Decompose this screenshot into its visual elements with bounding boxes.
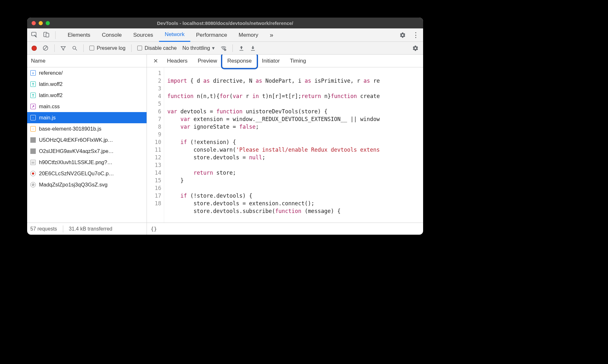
- request-row[interactable]: O2slJEHG9avKV4aqzSx7.jpe…: [27, 146, 147, 157]
- settings-icon[interactable]: [399, 32, 406, 38]
- network-conditions-icon[interactable]: [220, 45, 227, 51]
- request-row[interactable]: Tlatin.woff2: [27, 79, 147, 90]
- image-icon: [30, 137, 36, 143]
- record-button[interactable]: [32, 46, 37, 51]
- tab-network[interactable]: Network: [159, 28, 190, 42]
- request-count: 57 requests: [30, 226, 57, 232]
- response-footer: {}: [147, 223, 423, 235]
- separator: [55, 31, 56, 39]
- main-tab-bar: Elements Console Sources Network Perform…: [27, 28, 423, 42]
- titlebar: DevTools - localhost:8080/docs/devtools/…: [27, 18, 423, 28]
- throttling-value: No throttling: [182, 45, 210, 51]
- request-row[interactable]: 20E6CLcSzNV2GELQu7oC.p…: [27, 168, 147, 179]
- throttling-select[interactable]: No throttling ▾: [182, 45, 214, 51]
- image-icon: ▭: [30, 160, 36, 165]
- line-gutter: 1 2 3 4 5 6 7 8 9 10 11 12 13 14 15 16 1…: [147, 67, 164, 223]
- request-row[interactable]: ▭h90CtfziXluvh1LSSKJE.png?…: [27, 157, 147, 168]
- search-icon[interactable]: [72, 45, 78, 51]
- detail-tab-timing[interactable]: Timing: [285, 55, 311, 67]
- pretty-print-button[interactable]: {}: [151, 226, 157, 232]
- font-icon: T: [30, 81, 36, 87]
- request-row[interactable]: U5OHzQL4tEKFr6OFlxWK.jp…: [27, 134, 147, 146]
- image-icon: [30, 148, 36, 154]
- requests-panel: Name ≡reference/ Tlatin.woff2 Tlatin.wof…: [27, 55, 147, 235]
- svg-line-6: [75, 49, 77, 50]
- window-title: DevTools - localhost:8080/docs/devtools/…: [157, 20, 293, 26]
- separator: [54, 44, 55, 52]
- stylesheet-icon: ↗: [30, 104, 36, 109]
- inspect-icon[interactable]: [31, 31, 37, 39]
- close-window-button[interactable]: [32, 21, 36, 25]
- disable-cache-checkbox[interactable]: Disable cache: [137, 45, 177, 51]
- request-list: ≡reference/ Tlatin.woff2 Tlatin.woff2 ↗m…: [27, 67, 147, 223]
- filter-icon[interactable]: [60, 45, 66, 51]
- code-content: import { d as directive, N as NodePart, …: [164, 67, 423, 223]
- upload-har-icon[interactable]: [239, 45, 244, 51]
- disable-cache-label: Disable cache: [145, 45, 177, 51]
- chevron-down-icon: ▾: [212, 45, 215, 51]
- detail-panel: ✕ Headers Preview Response Initiator Tim…: [147, 55, 423, 235]
- svg-point-5: [73, 46, 76, 49]
- separator: [83, 44, 84, 52]
- devtools-window: DevTools - localhost:8080/docs/devtools/…: [27, 18, 423, 235]
- font-icon: T: [30, 93, 36, 98]
- detail-tab-headers[interactable]: Headers: [162, 55, 193, 67]
- request-row[interactable]: ↗main.css: [27, 101, 147, 112]
- preserve-log-checkbox[interactable]: Preserve log: [89, 45, 125, 51]
- request-row[interactable]: Tlatin.woff2: [27, 90, 147, 101]
- tab-sources[interactable]: Sources: [127, 28, 159, 42]
- request-row[interactable]: ∙base-element-3018901b.js: [27, 123, 147, 134]
- device-toggle-icon[interactable]: [43, 31, 49, 39]
- script-icon: ∙: [30, 126, 36, 132]
- network-settings-icon[interactable]: [412, 45, 419, 51]
- tab-console[interactable]: Console: [96, 28, 127, 42]
- detail-tab-preview[interactable]: Preview: [193, 55, 222, 67]
- document-icon: ≡: [30, 70, 36, 76]
- tab-performance[interactable]: Performance: [190, 28, 233, 42]
- window-controls: [32, 21, 50, 25]
- tabs-overflow-button[interactable]: »: [264, 28, 279, 42]
- svg-line-4: [44, 46, 47, 50]
- network-toolbar: Preserve log Disable cache No throttling…: [27, 42, 423, 55]
- zoom-window-button[interactable]: [46, 21, 50, 25]
- svg-rect-0: [32, 32, 36, 36]
- status-bar: 57 requests 31.4 kB transferred: [27, 223, 147, 235]
- media-icon: [30, 171, 36, 176]
- minimize-window-button[interactable]: [39, 21, 43, 25]
- clear-icon[interactable]: [42, 45, 49, 51]
- response-body[interactable]: 1 2 3 4 5 6 7 8 9 10 11 12 13 14 15 16 1…: [147, 67, 423, 223]
- preserve-log-label: Preserve log: [97, 45, 125, 51]
- svg-icon: ⊘: [30, 182, 36, 187]
- detail-tab-bar: ✕ Headers Preview Response Initiator Tim…: [147, 55, 423, 67]
- tab-elements[interactable]: Elements: [62, 28, 96, 42]
- svg-rect-2: [46, 33, 49, 37]
- download-har-icon[interactable]: [250, 45, 256, 51]
- script-icon: ∙: [30, 115, 36, 120]
- detail-tab-initiator[interactable]: Initiator: [257, 55, 285, 67]
- name-column-header[interactable]: Name: [27, 55, 147, 67]
- detail-tab-response[interactable]: Response: [222, 55, 257, 67]
- request-row[interactable]: ⊘MadqZslZpo1sj3qQ3GsZ.svg: [27, 179, 147, 190]
- separator: [232, 44, 233, 52]
- request-row-selected[interactable]: ∙main.js: [27, 112, 147, 123]
- request-row[interactable]: ≡reference/: [27, 67, 147, 79]
- tab-memory[interactable]: Memory: [233, 28, 264, 42]
- separator: [131, 44, 132, 52]
- close-detail-button[interactable]: ✕: [149, 57, 162, 64]
- separator: [63, 225, 63, 232]
- transferred-size: 31.4 kB transferred: [69, 226, 112, 232]
